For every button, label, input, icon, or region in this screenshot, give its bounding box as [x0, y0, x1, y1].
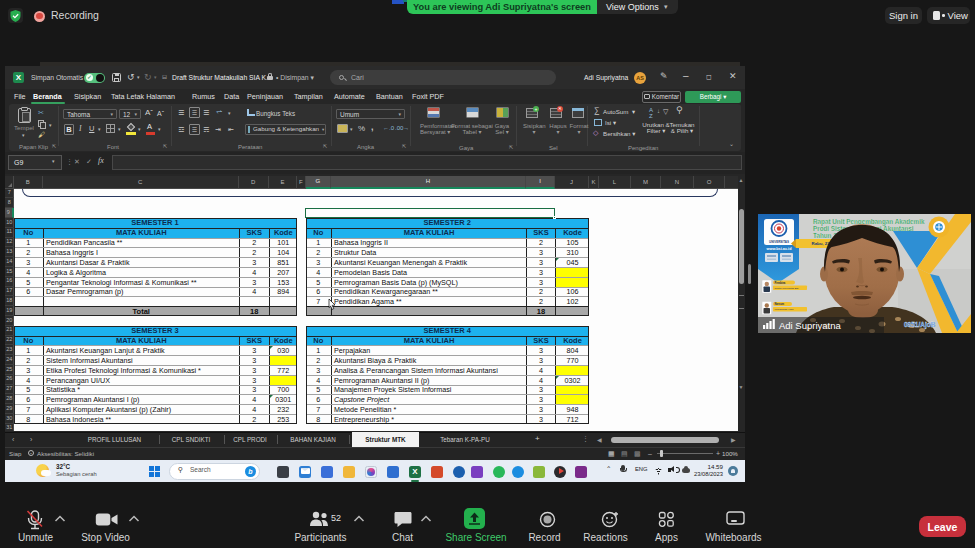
svg-text:www.bsi.ac.id: www.bsi.ac.id [766, 247, 793, 251]
svg-text:0851/AjoB: 0851/AjoB [904, 321, 936, 329]
svg-text:Muhammad Yusril: Muhammad Yusril [775, 308, 795, 311]
svg-text:Adi Supriyatna: Adi Supriyatna [779, 320, 842, 331]
svg-text:Rektor Universitas BSI: Rektor Universitas BSI [775, 287, 799, 290]
svg-text:Pembina: Pembina [775, 281, 786, 285]
svg-text:Narsum: Narsum [775, 302, 785, 306]
svg-text:UNIVERSITAS: UNIVERSITAS [769, 240, 789, 244]
